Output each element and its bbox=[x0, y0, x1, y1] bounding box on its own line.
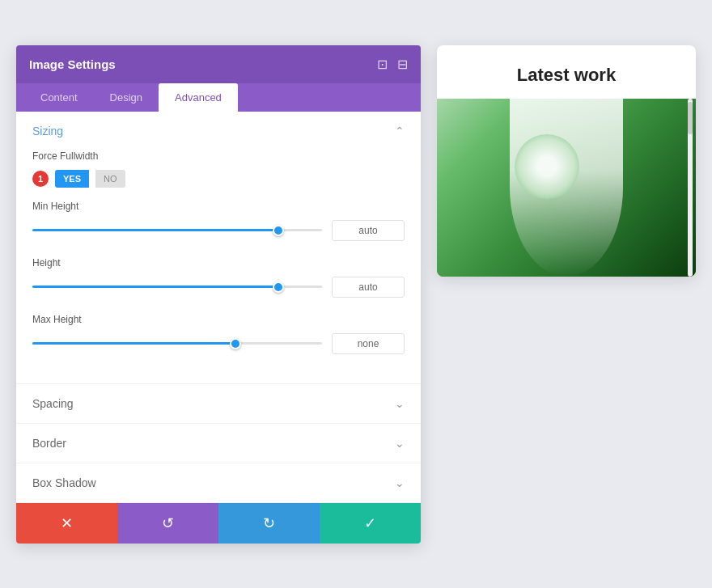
scroll-thumb bbox=[688, 102, 693, 134]
panel-title: Image Settings bbox=[29, 57, 116, 71]
box-shadow-chevron-down-icon: ⌄ bbox=[395, 476, 405, 489]
expand-icon[interactable]: ⊡ bbox=[377, 57, 388, 72]
sidebar-icon[interactable]: ⊟ bbox=[397, 57, 408, 72]
section-spacing: Spacing ⌄ bbox=[16, 384, 421, 424]
tabs-bar: Content Design Advanced bbox=[16, 83, 421, 112]
preview-title: Latest work bbox=[437, 45, 696, 99]
min-height-section: Min Height bbox=[32, 201, 405, 241]
height-slider[interactable] bbox=[32, 279, 322, 295]
section-border-header[interactable]: Border ⌄ bbox=[16, 424, 421, 463]
max-height-track bbox=[32, 342, 322, 345]
section-sizing-header[interactable]: Sizing ⌃ bbox=[16, 112, 421, 150]
max-height-slider[interactable] bbox=[32, 336, 322, 352]
header-icons: ⊡ ⊟ bbox=[377, 57, 408, 72]
max-height-input[interactable] bbox=[332, 333, 405, 354]
section-spacing-title: Spacing bbox=[32, 397, 74, 410]
max-height-section: Max Height bbox=[32, 314, 405, 354]
height-thumb[interactable] bbox=[273, 281, 284, 293]
section-box-shadow: Box Shadow ⌄ bbox=[16, 463, 421, 503]
preview-panel: Latest work bbox=[437, 45, 696, 277]
redo-button[interactable]: ↻ bbox=[218, 503, 320, 544]
min-height-label: Min Height bbox=[32, 201, 405, 212]
min-height-slider-row bbox=[32, 220, 405, 241]
toggle-no-button[interactable]: NO bbox=[95, 170, 125, 188]
panel-body: Sizing ⌃ Force Fullwidth 1 YES NO Min He… bbox=[16, 112, 421, 503]
section-border-title: Border bbox=[32, 437, 66, 450]
tab-design[interactable]: Design bbox=[94, 83, 159, 112]
max-height-label: Max Height bbox=[32, 314, 405, 325]
settings-panel: Image Settings ⊡ ⊟ Content Design Advanc… bbox=[16, 45, 421, 544]
min-height-input[interactable] bbox=[332, 220, 405, 241]
height-label: Height bbox=[32, 257, 405, 269]
scroll-indicator[interactable] bbox=[688, 99, 693, 277]
height-fill bbox=[32, 286, 278, 288]
min-height-track bbox=[32, 229, 322, 231]
save-button[interactable]: ✓ bbox=[320, 503, 421, 544]
main-container: Image Settings ⊡ ⊟ Content Design Advanc… bbox=[0, 21, 712, 568]
force-fullwidth-toggle-row: 1 YES NO bbox=[32, 170, 405, 188]
panel-actions: ✕ ↺ ↻ ✓ bbox=[16, 503, 421, 544]
tab-advanced[interactable]: Advanced bbox=[159, 83, 238, 112]
border-chevron-down-icon: ⌄ bbox=[395, 437, 405, 450]
section-border: Border ⌄ bbox=[16, 424, 421, 463]
max-height-thumb[interactable] bbox=[230, 338, 241, 349]
toggle-yes-button[interactable]: YES bbox=[55, 170, 89, 188]
min-height-thumb[interactable] bbox=[273, 225, 284, 236]
field-badge: 1 bbox=[32, 171, 49, 187]
min-height-fill bbox=[32, 229, 278, 231]
preview-image bbox=[437, 99, 696, 277]
cancel-button[interactable]: ✕ bbox=[16, 503, 117, 544]
section-spacing-header[interactable]: Spacing ⌄ bbox=[16, 384, 421, 423]
max-height-fill bbox=[32, 342, 235, 345]
section-sizing: Sizing ⌃ Force Fullwidth 1 YES NO Min He… bbox=[16, 112, 421, 384]
height-input[interactable] bbox=[332, 277, 405, 298]
sizing-chevron-up-icon: ⌃ bbox=[395, 125, 405, 137]
tab-content[interactable]: Content bbox=[24, 83, 94, 112]
height-track bbox=[32, 286, 322, 288]
undo-button[interactable]: ↺ bbox=[117, 503, 218, 544]
spacing-chevron-down-icon: ⌄ bbox=[395, 397, 405, 410]
height-slider-row bbox=[32, 277, 405, 298]
force-fullwidth-label: Force Fullwidth bbox=[32, 150, 405, 162]
section-sizing-content: Force Fullwidth 1 YES NO Min Height bbox=[16, 150, 421, 383]
section-box-shadow-title: Box Shadow bbox=[32, 476, 96, 489]
section-sizing-title: Sizing bbox=[32, 125, 63, 137]
section-box-shadow-header[interactable]: Box Shadow ⌄ bbox=[16, 463, 421, 502]
max-height-slider-row bbox=[32, 333, 405, 354]
min-height-slider[interactable] bbox=[32, 222, 322, 239]
height-section: Height bbox=[32, 257, 405, 298]
panel-header: Image Settings ⊡ ⊟ bbox=[16, 45, 421, 83]
